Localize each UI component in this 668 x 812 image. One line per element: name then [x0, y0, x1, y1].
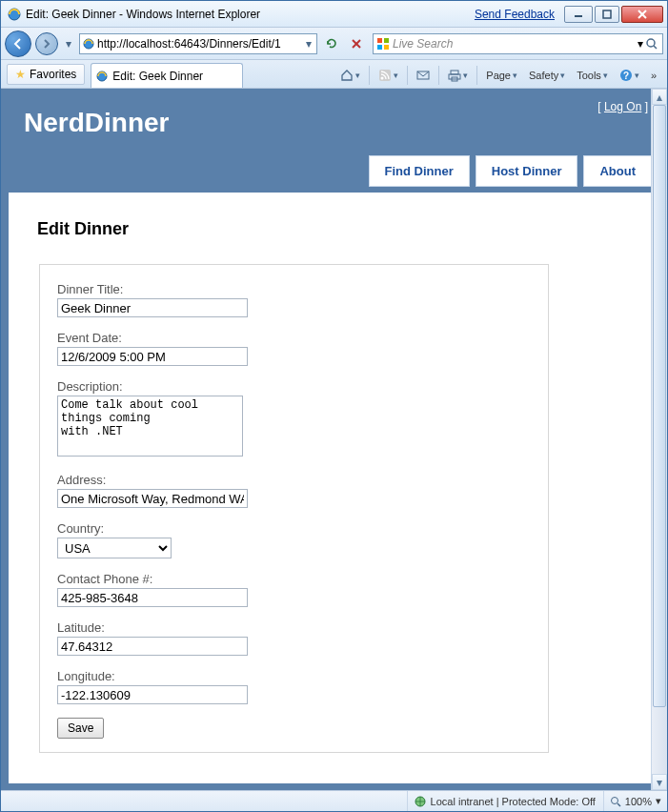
- mail-icon: [416, 69, 430, 82]
- window-controls: [564, 6, 663, 23]
- svg-point-24: [611, 797, 617, 803]
- zoom-icon: [610, 796, 621, 807]
- input-description[interactable]: Come talk about cool things coming with …: [57, 396, 243, 457]
- star-icon: ★: [15, 68, 26, 81]
- titlebar: Edit: Geek Dinner - Windows Internet Exp…: [1, 1, 667, 28]
- favorites-button[interactable]: ★ Favorites: [7, 64, 85, 85]
- save-button[interactable]: Save: [57, 718, 104, 739]
- feeds-button[interactable]: ▾: [374, 66, 403, 85]
- input-address[interactable]: [57, 489, 248, 508]
- field-title: Dinner Title:: [57, 282, 531, 317]
- svg-rect-2: [603, 10, 611, 18]
- zoom-control[interactable]: 100% ▾: [603, 791, 661, 811]
- field-date: Event Date:: [57, 331, 531, 366]
- scroll-down-icon[interactable]: ▾: [652, 774, 667, 790]
- search-go-icon[interactable]: [643, 33, 660, 54]
- bracket-right: ]: [645, 100, 648, 113]
- scroll-track[interactable]: [652, 105, 667, 774]
- live-search-icon: [375, 36, 391, 51]
- divider: [407, 66, 408, 85]
- input-title[interactable]: [57, 298, 248, 317]
- field-phone: Contact Phone #:: [57, 572, 531, 607]
- tools-menu-label: Tools: [577, 70, 601, 81]
- nav-find-dinner[interactable]: Find Dinner: [369, 155, 470, 187]
- site-logo[interactable]: NerdDinner: [24, 108, 169, 138]
- chevron-down-icon: ▾: [635, 71, 639, 80]
- divider: [369, 66, 370, 85]
- label-latitude: Latitude:: [57, 620, 531, 635]
- home-button[interactable]: ▾: [335, 66, 365, 85]
- browser-tab[interactable]: Edit: Geek Dinner: [91, 63, 243, 88]
- search-placeholder: Live Search: [393, 37, 638, 51]
- send-feedback-link[interactable]: Send Feedback: [475, 8, 555, 21]
- stop-button[interactable]: [346, 33, 367, 54]
- divider: [476, 66, 477, 85]
- field-latitude: Latitude:: [57, 620, 531, 656]
- safety-menu-label: Safety: [529, 70, 558, 81]
- address-bar[interactable]: http://localhost:64643/Dinners/Edit/1 ▾: [79, 33, 317, 54]
- svg-rect-11: [384, 45, 389, 50]
- label-title: Dinner Title:: [57, 282, 531, 296]
- page-menu[interactable]: Page▾: [481, 67, 522, 84]
- field-longitude: Longitude:: [57, 669, 531, 704]
- svg-rect-9: [384, 38, 389, 43]
- home-icon: [340, 69, 354, 82]
- label-longitude: Longitude:: [57, 669, 531, 683]
- site-nav: Find Dinner Host Dinner About: [9, 155, 659, 187]
- zoom-text: 100%: [625, 796, 652, 807]
- status-bar: Local intranet | Protected Mode: Off 100…: [1, 790, 667, 811]
- page-heading: Edit Dinner: [37, 219, 631, 239]
- address-dropdown-icon[interactable]: ▾: [303, 37, 314, 51]
- mail-button[interactable]: [412, 66, 435, 85]
- input-latitude[interactable]: [57, 637, 248, 656]
- input-date[interactable]: [57, 347, 248, 366]
- help-icon: ?: [619, 69, 633, 82]
- label-country: Country:: [57, 521, 531, 536]
- select-country[interactable]: USA: [57, 538, 172, 558]
- window-title: Edit: Geek Dinner - Windows Internet Exp…: [26, 8, 260, 21]
- ie-window: Edit: Geek Dinner - Windows Internet Exp…: [0, 0, 668, 812]
- chevron-right-icon: »: [651, 70, 657, 81]
- login-area: [ Log On ]: [597, 100, 648, 113]
- tools-menu[interactable]: Tools▾: [572, 67, 613, 84]
- svg-rect-8: [377, 38, 382, 43]
- scroll-up-icon[interactable]: ▴: [652, 89, 667, 105]
- tab-row: ★ Favorites Edit: Geek Dinner ▾ ▾: [1, 60, 667, 89]
- vertical-scrollbar[interactable]: ▴ ▾: [651, 89, 667, 790]
- nav-about[interactable]: About: [583, 155, 652, 187]
- close-button[interactable]: [621, 6, 663, 23]
- nav-toolbar: ▾ http://localhost:64643/Dinners/Edit/1 …: [1, 28, 667, 60]
- print-button[interactable]: ▾: [443, 66, 473, 85]
- logon-link[interactable]: Log On: [604, 100, 641, 113]
- svg-rect-10: [377, 45, 382, 50]
- input-phone[interactable]: [57, 588, 248, 607]
- refresh-button[interactable]: [321, 33, 342, 54]
- label-description: Description:: [57, 379, 531, 394]
- forward-button[interactable]: [35, 32, 58, 55]
- input-longitude[interactable]: [57, 685, 248, 704]
- field-description: Description: Come talk about cool things…: [57, 379, 531, 459]
- safety-menu[interactable]: Safety▾: [524, 67, 570, 84]
- url-text: http://localhost:64643/Dinners/Edit/1: [97, 37, 303, 51]
- page-body: NerdDinner [ Log On ] Find Dinner Host D…: [1, 89, 667, 790]
- edit-dinner-form: Dinner Title: Event Date: Description: C…: [39, 264, 549, 753]
- chevron-down-icon: ▾: [603, 71, 608, 80]
- nav-host-dinner[interactable]: Host Dinner: [476, 155, 578, 187]
- tab-page-icon: [95, 70, 109, 83]
- label-date: Event Date:: [57, 331, 531, 345]
- minimize-button[interactable]: [564, 6, 593, 23]
- maximize-button[interactable]: [595, 6, 619, 23]
- scroll-thumb[interactable]: [653, 105, 666, 707]
- back-button[interactable]: [5, 30, 31, 57]
- chevron-down-icon: ▾: [513, 71, 517, 80]
- label-phone: Contact Phone #:: [57, 572, 531, 586]
- chevron-down-icon: ▾: [355, 71, 360, 80]
- help-button[interactable]: ? ▾: [615, 66, 644, 85]
- main-content: Edit Dinner Dinner Title: Event Date: De…: [9, 193, 659, 783]
- search-box[interactable]: Live Search ▾: [373, 33, 663, 54]
- nav-history-dropdown[interactable]: ▾: [62, 32, 75, 55]
- expand-toolbar[interactable]: »: [646, 67, 661, 84]
- svg-line-13: [654, 46, 657, 49]
- zone-text: Local intranet | Protected Mode: Off: [431, 796, 596, 807]
- security-zone[interactable]: Local intranet | Protected Mode: Off: [407, 791, 596, 811]
